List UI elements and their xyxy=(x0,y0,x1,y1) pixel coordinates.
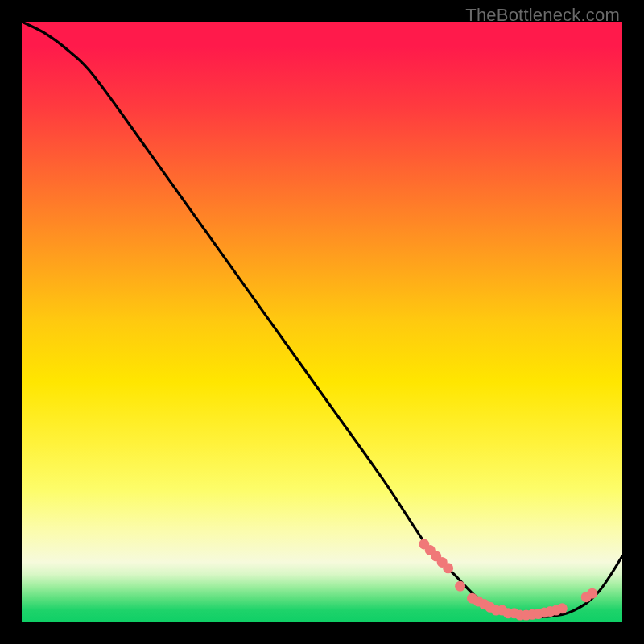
bottleneck-curve xyxy=(22,22,622,617)
chart-frame: TheBottleneck.com xyxy=(0,0,644,644)
highlight-points xyxy=(419,539,597,621)
highlight-dot xyxy=(455,581,465,592)
chart-svg xyxy=(22,22,622,622)
highlight-dot xyxy=(443,563,453,573)
highlight-dot xyxy=(557,603,568,613)
plot-area xyxy=(22,22,622,622)
highlight-dot xyxy=(587,588,597,599)
